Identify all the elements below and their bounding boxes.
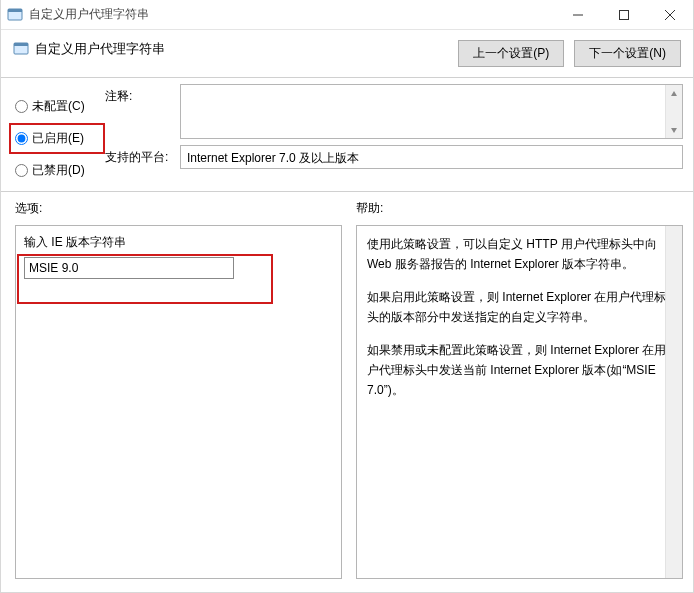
config-section: 未配置(C) 已启用(E) 已禁用(D) 注释: 支持的平台: Internet… (1, 78, 693, 192)
help-paragraph: 如果启用此策略设置，则 Internet Explorer 在用户代理标头的版本… (367, 287, 672, 328)
options-column: 选项: 输入 IE 版本字符串 (15, 200, 342, 579)
minimize-button[interactable] (555, 0, 601, 29)
options-panel: 输入 IE 版本字符串 (15, 225, 342, 579)
title-bar: 自定义用户代理字符串 (1, 0, 693, 30)
radio-enabled[interactable]: 已启用(E) (9, 123, 105, 154)
previous-setting-button[interactable]: 上一个设置(P) (458, 40, 564, 67)
help-panel: 使用此策略设置，可以自定义 HTTP 用户代理标头中向 Web 服务器报告的 I… (356, 225, 683, 579)
svg-rect-7 (14, 43, 28, 46)
app-icon (7, 7, 23, 23)
platform-value: Internet Explorer 7.0 及以上版本 (180, 145, 683, 169)
close-button[interactable] (647, 0, 693, 29)
options-section-label: 选项: (15, 200, 342, 217)
help-paragraph: 使用此策略设置，可以自定义 HTTP 用户代理标头中向 Web 服务器报告的 I… (367, 234, 672, 275)
window-title: 自定义用户代理字符串 (29, 6, 555, 23)
svg-rect-1 (8, 9, 22, 12)
state-radio-group: 未配置(C) 已启用(E) 已禁用(D) (15, 84, 105, 187)
radio-disabled-label: 已禁用(D) (32, 162, 85, 179)
comment-textarea[interactable] (180, 84, 683, 139)
page-icon (13, 41, 29, 57)
help-section-label: 帮助: (356, 200, 683, 217)
page-title: 自定义用户代理字符串 (35, 40, 165, 58)
next-setting-button[interactable]: 下一个设置(N) (574, 40, 681, 67)
page-header: 自定义用户代理字符串 上一个设置(P) 下一个设置(N) (1, 30, 693, 78)
ua-input-label: 输入 IE 版本字符串 (24, 234, 333, 251)
svg-marker-9 (671, 128, 677, 133)
radio-disabled[interactable]: 已禁用(D) (15, 162, 105, 179)
radio-not-configured-input[interactable] (15, 100, 28, 113)
help-scrollbar[interactable] (665, 226, 682, 578)
scroll-down-icon[interactable] (666, 121, 682, 138)
radio-not-configured[interactable]: 未配置(C) (15, 98, 105, 115)
help-paragraph: 如果禁用或未配置此策略设置，则 Internet Explorer 在用户代理标… (367, 340, 672, 401)
platform-label: 支持的平台: (105, 145, 180, 169)
ua-version-input[interactable] (24, 257, 234, 279)
svg-rect-3 (620, 10, 629, 19)
radio-enabled-input[interactable] (15, 132, 28, 145)
svg-marker-8 (671, 91, 677, 96)
comment-label: 注释: (105, 84, 180, 139)
lower-section: 选项: 输入 IE 版本字符串 帮助: 使用此策略设置，可以自定义 HTTP 用… (1, 192, 693, 579)
radio-enabled-label: 已启用(E) (32, 130, 84, 147)
comment-scrollbar[interactable] (665, 85, 682, 138)
scroll-up-icon[interactable] (666, 85, 682, 102)
window-controls (555, 0, 693, 29)
help-column: 帮助: 使用此策略设置，可以自定义 HTTP 用户代理标头中向 Web 服务器报… (356, 200, 683, 579)
radio-disabled-input[interactable] (15, 164, 28, 177)
maximize-button[interactable] (601, 0, 647, 29)
radio-not-configured-label: 未配置(C) (32, 98, 85, 115)
